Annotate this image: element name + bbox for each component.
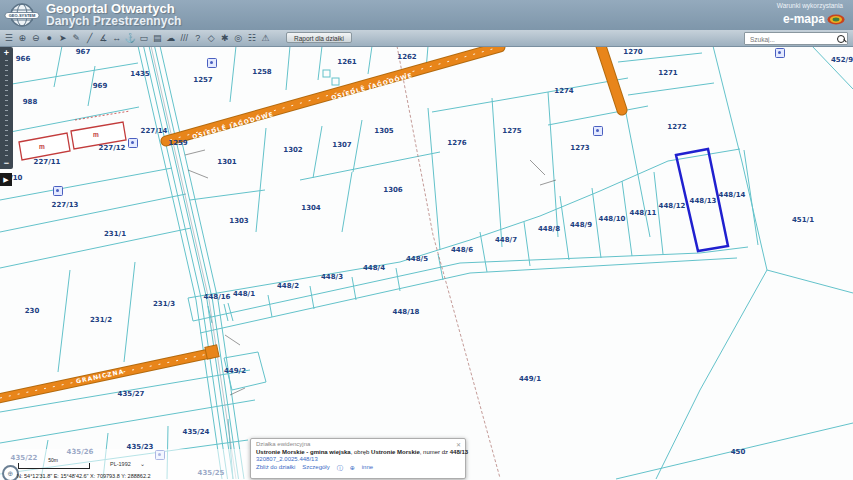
parcel-label: 448/7 (495, 236, 517, 244)
parcel-label: 448/8 (538, 225, 560, 233)
search-icon[interactable] (837, 35, 845, 43)
parcel-label: 227/13 (52, 201, 79, 209)
toolbar-icons: ☰⊕⊖●➤✎╱∡↔⚓▭▤☁///?◇✱◎☷⚠ (2, 30, 272, 46)
table-icon[interactable]: ▤ (151, 30, 165, 46)
parcel-label: 231/2 (90, 316, 112, 324)
map-canvas[interactable]: 966967988969143512571258227/141259227/12… (0, 46, 853, 480)
zoom-in-icon[interactable]: ⊕ (16, 30, 30, 46)
parcel-label: 1275 (502, 127, 521, 135)
geoportal-app: GEO-SYSTEM Geoportal Otwartych Danych Pr… (0, 0, 853, 480)
popup-link[interactable]: Zbliż do działki (256, 464, 295, 473)
parcel-label: 1261 (337, 58, 356, 66)
parcel-label: 448/12 (659, 202, 686, 210)
polygon-icon[interactable]: ◇ (205, 30, 219, 46)
parcel-info-popup: ✕ Działka ewidencyjna Ustronie Morskie -… (250, 438, 466, 479)
emapa-logo-icon (827, 14, 845, 25)
parcel-label: 448/18 (393, 308, 420, 316)
parcel-label: 1302 (283, 146, 302, 154)
emapa-brand[interactable]: e-mapa (783, 12, 845, 26)
parcel-label: 448/13 (690, 197, 717, 205)
app-header: GEO-SYSTEM Geoportal Otwartych Danych Pr… (0, 0, 853, 30)
zoom-ticks[interactable] (5, 60, 8, 156)
hatch-icon[interactable]: /// (178, 30, 192, 46)
well-icon (128, 138, 138, 148)
scale-bar (18, 463, 90, 469)
popup-title: Działka ewidencyjna (256, 441, 460, 447)
parcel-label: 1259 (168, 139, 187, 147)
building-label: m (93, 131, 99, 138)
identify-icon[interactable]: ◎ (232, 30, 246, 46)
parcel-label: 449/1 (519, 375, 541, 383)
parcel-label: 1272 (667, 123, 686, 131)
warning-icon[interactable]: ⚠ (259, 30, 273, 46)
parcel-label: 1271 (658, 69, 677, 77)
parcel-label: 435/24 (183, 428, 210, 436)
zoom-slider[interactable]: + − (0, 47, 13, 169)
parcel-label: 227/12 (99, 144, 126, 152)
panel-toggle-button[interactable]: ▶ (0, 173, 12, 186)
parcel-label: 230 (25, 307, 40, 315)
draw-icon[interactable]: ✎ (70, 30, 84, 46)
zoom-in-button[interactable]: + (4, 47, 9, 59)
popup-parcel-id-link[interactable]: 320807_2.0025.448/13 (256, 456, 460, 462)
zoom-out-button[interactable]: − (4, 157, 9, 169)
measure-line-icon[interactable]: ╱ (83, 30, 97, 46)
parcel-label: 1276 (447, 139, 466, 147)
popup-link[interactable]: ⓘ (337, 464, 343, 473)
anchor-icon[interactable]: ⚓ (124, 30, 138, 46)
parcel-label: 1257 (193, 76, 212, 84)
building-label: m (39, 143, 45, 150)
cloud-icon[interactable]: ☁ (164, 30, 178, 46)
parcel-label: 448/2 (277, 282, 299, 290)
pointer-icon[interactable]: ➤ (56, 30, 70, 46)
terms-link[interactable]: Warunki wykorzystania (777, 2, 843, 9)
emapa-brand-label: e-mapa (783, 12, 825, 26)
parcel-label: 1304 (301, 204, 320, 212)
popup-link[interactable]: Szczegóły (302, 464, 329, 473)
help-icon[interactable]: ? (191, 30, 205, 46)
parcel-label: 1273 (570, 144, 589, 152)
well-icon (593, 126, 603, 136)
parcel-label: 451/1 (792, 216, 814, 224)
settings-icon[interactable]: ✱ (218, 30, 232, 46)
parcel-label: 227/14 (141, 127, 168, 135)
parcel-label: 1306 (383, 186, 402, 194)
select-rect-icon[interactable]: ▭ (137, 30, 151, 46)
parcel-label: 1262 (397, 53, 416, 61)
cart-icon[interactable]: ☷ (245, 30, 259, 46)
pan-icon[interactable]: ↔ (110, 30, 124, 46)
popup-link[interactable]: ⊕ (350, 464, 355, 473)
search-input[interactable] (748, 33, 836, 46)
close-icon[interactable]: ✕ (456, 441, 461, 448)
full-extent-icon[interactable]: ● (43, 30, 57, 46)
well-icon (775, 48, 785, 58)
parcel-label: 231/3 (153, 300, 175, 308)
parcel-label: 448/3 (321, 273, 343, 281)
parcel-label: 988 (23, 98, 38, 106)
popup-links: Zbliż do działkiSzczegółyⓘ⊕inne (256, 464, 460, 473)
chevron-down-icon[interactable]: ⌄ (140, 460, 145, 467)
zoom-out-icon[interactable]: ⊖ (29, 30, 43, 46)
svg-text:GEO-SYSTEM: GEO-SYSTEM (9, 13, 36, 18)
parcel-label: 1435 (130, 70, 149, 78)
cadastral-lines (0, 46, 853, 480)
crs-selector[interactable]: PL-1992 (110, 461, 131, 467)
well-icon (53, 186, 63, 196)
popup-parcel-description: Ustronie Morskie - gmina wiejska, obręb … (256, 449, 460, 455)
parcel-label: 966 (16, 55, 31, 63)
parcel-label: 1307 (332, 141, 351, 149)
status-bar: ⊕ 50m PL-1992 ⌄ N: 54°12'31.8" E: 15°48'… (0, 449, 274, 480)
layers-icon[interactable]: ☰ (2, 30, 16, 46)
parcel-label: 1305 (374, 127, 393, 135)
well-icon (207, 58, 217, 68)
parcel-label: 452/9 (831, 56, 853, 64)
measure-area-icon[interactable]: ∡ (97, 30, 111, 46)
parcel-label: 448/4 (363, 264, 385, 272)
popup-link[interactable]: inne (362, 464, 373, 473)
parcel-label: 969 (93, 82, 108, 90)
coordinates-readout: N: 54°12'31.8" E: 15°48'42.6" X: 709793.… (17, 473, 151, 479)
geo-system-logo-icon: GEO-SYSTEM (4, 2, 40, 32)
parcel-label: 1270 (623, 48, 642, 56)
report-parcel-button[interactable]: Raport dla działki (286, 32, 352, 43)
search-box[interactable] (744, 32, 848, 45)
